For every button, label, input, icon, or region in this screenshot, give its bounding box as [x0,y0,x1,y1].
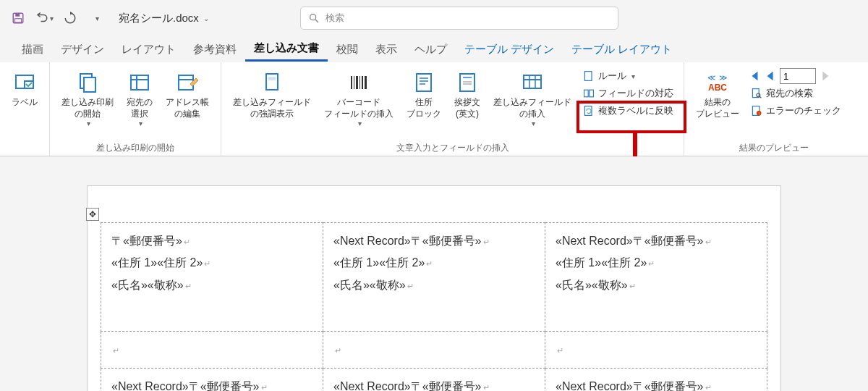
tab-table-design[interactable]: テーブル デザイン [456,38,563,61]
search-placeholder: 検索 [326,12,344,25]
svg-rect-15 [268,77,276,80]
check-errors-button[interactable]: ! エラーのチェック [748,103,856,119]
svg-rect-18 [356,76,358,89]
match-icon [583,88,595,99]
address-icon [412,71,435,94]
label-cell[interactable]: ↵ [323,332,545,369]
search-input[interactable]: 検索 [300,7,618,30]
start-mail-merge-button[interactable]: 差し込み印刷 の開始▾ [57,67,118,130]
redo-icon [64,12,77,25]
prev-record-icon[interactable] [764,70,777,83]
customize-qat-button[interactable]: ▾ [85,7,107,29]
ribbon: ラベル 差し込み印刷 の開始▾ 宛先の 選択▾ アドレス帳 の編集 差し込み印刷… [0,62,868,156]
svg-line-4 [315,20,318,22]
document-area: ✥ 〒«郵便番号»↵ «住所 1»«住所 2»↵ «氏名»«敬称»↵ «Next… [0,156,868,391]
documents-icon [76,71,99,94]
svg-rect-19 [359,76,360,89]
record-number-input[interactable] [780,68,816,84]
search-doc-icon [751,88,762,99]
rules-button[interactable]: ルール▾ [580,68,676,84]
label-cell[interactable]: ↵ [101,332,323,369]
highlight-icon [260,71,284,94]
svg-line-40 [760,96,761,98]
redo-button[interactable] [59,7,81,29]
label-cell[interactable]: «Next Record»〒«郵便番号»↵ [101,369,323,391]
group-label-write: 文章入力とフィールドの挿入 [229,140,676,154]
svg-rect-9 [131,75,148,90]
table-move-handle[interactable]: ✥ [86,208,99,221]
group-label-start: 差し込み印刷の開始 [57,140,213,154]
greeting-icon [456,71,479,94]
edit-recipients-button[interactable]: アドレス帳 の編集 [161,67,213,122]
search-icon [308,12,320,24]
label-cell[interactable]: «Next Record»〒«郵便番号»↵ [545,369,767,391]
svg-rect-8 [84,77,95,92]
tab-design[interactable]: デザイン [52,38,113,61]
svg-rect-35 [584,90,589,97]
group-label-preview: 結果のプレビュー [692,140,856,154]
label-icon [13,71,36,94]
svg-rect-26 [460,74,475,91]
svg-rect-12 [179,75,193,90]
ribbon-group-start: 差し込み印刷 の開始▾ 宛先の 選択▾ アドレス帳 の編集 差し込み印刷の開始 [50,62,221,156]
ribbon-tabs: 描画 デザイン レイアウト 参考資料 差し込み文書 校閲 表示 ヘルプ テーブル… [0,36,868,62]
svg-rect-1 [15,13,20,17]
ribbon-group-create: ラベル [0,62,50,156]
svg-rect-30 [524,75,541,88]
tab-layout[interactable]: レイアウト [113,38,184,61]
ribbon-group-preview: ≪ ≫ ABC 結果の プレビュー 宛先の検索 ! エラー [684,62,864,156]
recipients-icon [128,71,151,94]
chevron-down-icon: ▾ [95,14,99,22]
next-record-icon[interactable] [819,70,832,83]
match-fields-button[interactable]: フィールドの対応 [580,85,676,101]
svg-rect-17 [354,76,354,89]
tab-table-layout[interactable]: テーブル レイアウト [563,38,681,61]
address-block-button[interactable]: 住所 ブロック [402,67,446,122]
svg-rect-22 [417,74,431,91]
tab-help[interactable]: ヘルプ [406,38,456,61]
label-cell[interactable]: 〒«郵便番号»↵ «住所 1»«住所 2»↵ «氏名»«敬称»↵ [101,223,323,332]
undo-icon [35,12,48,25]
svg-text:!: ! [759,112,760,116]
svg-rect-21 [365,76,367,89]
rules-icon [583,70,595,82]
label-table: 〒«郵便番号»↵ «住所 1»«住所 2»↵ «氏名»«敬称»↵ «Next R… [101,222,767,391]
svg-rect-36 [590,90,594,97]
chevron-down-icon: ⌄ [203,14,209,22]
tab-review[interactable]: 校閲 [328,38,367,61]
undo-button[interactable]: ▾ [33,7,55,29]
insert-merge-field-button[interactable]: 差し込みフィールド の挿入▾ [489,67,576,130]
label-cell[interactable]: «Next Record»〒«郵便番号»↵ «住所 1»«住所 2»↵ «氏名»… [545,223,767,332]
barcode-icon [347,71,370,94]
chevron-down-icon: ▾ [50,14,54,22]
svg-rect-16 [351,76,352,89]
labels-button[interactable]: ラベル [7,67,42,112]
label-cell[interactable]: ↵ [545,332,767,369]
page[interactable]: ✥ 〒«郵便番号»↵ «住所 1»«住所 2»↵ «氏名»«敬称»↵ «Next… [87,185,781,391]
update-labels-button[interactable]: 複数ラベルに反映 [580,103,676,119]
greeting-line-button[interactable]: 挨拶文 (英文) [450,67,485,122]
select-recipients-button[interactable]: 宛先の 選択▾ [122,67,157,130]
highlight-fields-button[interactable]: 差し込みフィールド の強調表示 [229,67,315,122]
tab-view[interactable]: 表示 [367,38,406,61]
tab-draw[interactable]: 描画 [13,38,52,61]
barcode-button[interactable]: バーコード フィールドの挿入▾ [320,67,398,130]
svg-rect-14 [266,74,278,90]
svg-rect-2 [15,19,22,22]
svg-rect-37 [584,106,592,116]
tab-references[interactable]: 参考資料 [184,38,245,61]
label-cell[interactable]: «Next Record»〒«郵便番号»↵ [323,369,545,391]
insert-field-icon [521,71,544,94]
find-recipient-button[interactable]: 宛先の検索 [748,85,856,101]
update-labels-icon [583,105,595,117]
preview-results-button[interactable]: ≪ ≫ ABC 結果の プレビュー [692,67,744,122]
svg-rect-20 [362,76,363,89]
edit-list-icon [176,71,199,94]
svg-rect-34 [584,72,592,81]
save-button[interactable] [7,7,29,29]
first-record-icon[interactable] [748,70,761,83]
label-cell[interactable]: «Next Record»〒«郵便番号»↵ «住所 1»«住所 2»↵ «氏名»… [323,223,545,332]
tab-mailings[interactable]: 差し込み文書 [245,37,328,62]
document-title[interactable]: 宛名シール.docx ⌄ [119,12,209,25]
svg-point-3 [310,14,316,20]
